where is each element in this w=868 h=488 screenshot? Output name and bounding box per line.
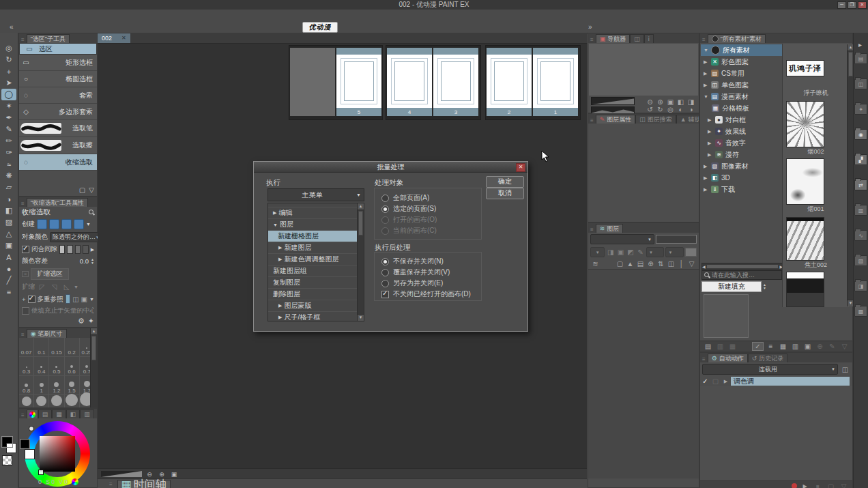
draft-layer-icon[interactable]: ✎ (636, 248, 645, 256)
delete-material-icon[interactable]: ▽ (839, 343, 850, 350)
material-shortcut-folder-2[interactable]: ◫ (854, 78, 867, 89)
navigator-zoom-slider[interactable] (591, 97, 635, 105)
brush-size-cell[interactable]: 3 (49, 395, 64, 408)
ok-button[interactable]: 确定 (486, 176, 524, 188)
wheel-background-swatch[interactable] (25, 449, 35, 459)
brush-size-cell[interactable]: 0.8 (19, 376, 34, 395)
material-tree-item[interactable]: ▶◫单色图案 (701, 79, 783, 91)
material-tree-item[interactable]: ▶●对白框 (701, 114, 783, 126)
target-option[interactable]: 全部页面(A) (381, 192, 481, 203)
radio-icon[interactable] (381, 195, 389, 202)
brush-size-cell[interactable]: 0.07 (19, 338, 34, 357)
brand-logo-button[interactable]: 优动漫 (302, 22, 338, 33)
sv-picker-marker[interactable] (38, 470, 44, 475)
expand-icon[interactable]: ▶ (704, 175, 708, 181)
lock-alpha-icon[interactable]: ◩ (626, 248, 635, 256)
scale-type-icon-3[interactable]: ◺ (61, 283, 72, 291)
saturation-value-square[interactable] (40, 436, 75, 472)
nav-reset-rotate-icon[interactable]: ◑ (686, 106, 696, 113)
material-thumbnail[interactable] (786, 101, 824, 147)
subtool-item[interactable]: ◇多边形套索 (19, 104, 97, 120)
subtool-detail-icon[interactable] (89, 210, 94, 215)
nav-zoom-out-icon[interactable]: ⊖ (645, 98, 655, 106)
ref-dropdown-icon[interactable]: ▼ (89, 297, 94, 302)
radio-icon[interactable] (381, 269, 389, 276)
ref-all-layers-icon[interactable]: ◫ (72, 296, 78, 303)
pin-dropdown[interactable]: ▼ (590, 247, 605, 257)
nav-rotate-left-icon[interactable]: ↺ (645, 106, 655, 113)
tree-item[interactable]: 删除图层 (268, 289, 364, 300)
auto-select-tool-icon[interactable]: ✶ (1, 100, 16, 112)
mode-dropdown-icon[interactable]: ▼ (86, 222, 91, 227)
nav-100-icon[interactable]: ◐ (676, 106, 686, 113)
edit-material-icon[interactable]: ✎ (827, 343, 837, 350)
gradient-tool-icon[interactable]: ▨ (1, 216, 16, 228)
radio-icon[interactable] (381, 280, 389, 287)
brush-size-cell[interactable]: 0.4 (34, 357, 49, 376)
transfer-layer-icon[interactable]: ⊕ (646, 260, 656, 268)
subtool-group-header[interactable]: ▭ 选区 (19, 43, 97, 55)
dialog-close-icon[interactable]: ✕ (516, 163, 525, 172)
material-shortcut-folder-3[interactable]: ✦ (854, 104, 867, 115)
background-color-swatch[interactable] (6, 443, 16, 453)
tree-item[interactable]: 新建图层组 (268, 265, 364, 277)
tag-view-icon[interactable]: ▥ (715, 343, 725, 350)
layer-mask-icon[interactable]: ◫ (666, 260, 676, 268)
checkbox-icon[interactable] (381, 291, 389, 298)
panel-grip[interactable]: ≡ (588, 227, 596, 233)
palette-color-dropdown[interactable]: ▼ (665, 247, 684, 257)
settings-gear-icon[interactable]: ⚙ (78, 317, 85, 326)
gap-expand-icon[interactable]: ▶ (91, 247, 94, 253)
text-tool-icon[interactable]: A (1, 251, 16, 263)
new-folder-icon[interactable]: ▤ (635, 260, 646, 268)
blend-mode-dropdown[interactable]: ▼ (590, 234, 654, 244)
page-thumbnail[interactable]: 3 (433, 48, 478, 116)
maximize-button[interactable]: ❐ (848, 1, 856, 9)
color-mixer-tab[interactable]: ◧ (66, 410, 81, 418)
expand-icon[interactable]: ▶ (704, 71, 708, 76)
decoration-tool-icon[interactable]: ❋ (1, 170, 16, 182)
object-tool-icon[interactable]: ➤ (1, 77, 16, 89)
navigator-preview[interactable] (589, 44, 698, 96)
new-action-icon[interactable]: ▢ (826, 483, 836, 488)
nav-flip-v-icon[interactable]: ◨ (686, 98, 696, 106)
move-tool-icon[interactable]: + (1, 66, 16, 77)
panel-grip[interactable]: ≡ (700, 37, 708, 43)
new-raster-layer-icon[interactable]: ▢ (615, 260, 625, 268)
color-slider-tab[interactable]: ▤ (38, 410, 53, 418)
expand-icon[interactable]: ▶ (276, 303, 284, 308)
material-shortcut-folder-9[interactable]: ▧ (854, 255, 867, 266)
tree-scrollbar[interactable]: ▲▼ (357, 203, 364, 321)
expand-icon[interactable]: ▶ (708, 141, 712, 146)
material-shortcut-folder-8[interactable]: ∿ (854, 230, 867, 241)
hue-value[interactable]: 0 (38, 478, 42, 485)
subtract-selection-mode-icon[interactable] (61, 219, 72, 229)
material-tab[interactable]: "所有素材"素材 (708, 34, 766, 43)
brush-tool-icon[interactable]: ✑ (1, 147, 16, 158)
material-tree-item[interactable]: ▶▧图像素材 (701, 160, 783, 172)
new-fill-button[interactable]: 新建填充 (701, 281, 762, 292)
expand-icon[interactable]: ▶ (704, 187, 708, 192)
auto-action-list[interactable] (700, 386, 852, 480)
value-value[interactable]: 0 (64, 478, 68, 485)
add-selection-mode-icon[interactable] (49, 219, 59, 229)
brush-size-cell[interactable]: 1.2 (49, 376, 64, 395)
action-check-icon[interactable]: ✓ (700, 377, 710, 385)
tree-item-selected[interactable]: 新建栅格图层 (268, 231, 364, 242)
material-shortcut-folder-4[interactable]: ◉ (854, 129, 867, 140)
collapse-icon[interactable]: ▼ (271, 223, 280, 227)
nav-reset-icon[interactable]: ◎ (665, 106, 676, 113)
brush-size-cell[interactable]: 1 (34, 376, 49, 395)
target-color-dropdown[interactable]: 除透明之外的…▼ (50, 232, 102, 242)
expand-icon[interactable]: ▶ (704, 59, 708, 65)
auto-action-item[interactable]: ✓ ▢ ▶ 调色调 (700, 376, 852, 386)
menu-source-dropdown[interactable]: 主菜单 ▼ (267, 188, 364, 201)
record-action-icon[interactable] (792, 483, 797, 488)
layer-filter-icon[interactable]: ≋ (590, 260, 601, 268)
brush-size-cell[interactable]: 0.6 (65, 357, 80, 376)
subtool-item[interactable]: 选取擦 (19, 137, 97, 154)
nav-fit-icon[interactable]: ▣ (665, 98, 676, 106)
dialog-title-bar[interactable]: 批量处理 (254, 162, 527, 173)
material-shortcut-clapper[interactable]: ▞ (854, 154, 867, 165)
subtool-item-selected[interactable]: ◌收缩选取 (19, 154, 97, 171)
